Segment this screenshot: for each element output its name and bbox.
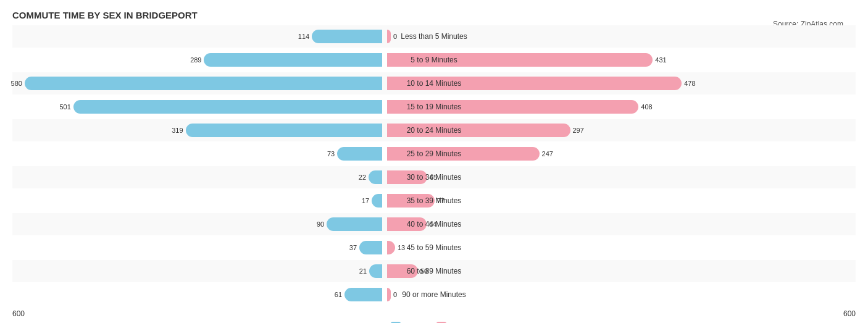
row-label: 40 to 44 Minutes [385,220,483,229]
table-row: 289 5 to 9 Minutes 431 [12,49,856,71]
table-row: 17 35 to 39 Minutes 77 [12,190,856,212]
male-value: 289 [190,56,201,64]
row-label: 35 to 39 Minutes [385,196,483,205]
chart-title: COMMUTE TIME BY SEX IN BRIDGEPORT [12,10,856,20]
bar-male: 580 [25,77,382,90]
table-row: 580 10 to 14 Minutes 478 [12,72,856,94]
male-value: 21 [359,267,367,275]
male-value: 90 [317,220,324,228]
male-value: 73 [327,150,335,157]
row-label: 20 to 24 Minutes [385,126,483,135]
bar-male: 73 [337,147,382,161]
bar-male: 289 [204,53,382,67]
chart-rows-wrapper: 114 Less than 5 Minutes 0 289 5 to 9 Min… [12,25,856,306]
bar-male: 37 [359,241,382,254]
male-value: 37 [349,244,357,251]
male-value: 319 [172,127,183,134]
bar-male: 90 [327,217,382,231]
male-side: 61 [12,283,385,306]
bar-male: 22 [369,170,382,184]
female-value: 431 [655,56,666,64]
row-label: 5 to 9 Minutes [385,56,483,64]
bar-male: 61 [344,288,382,301]
female-value: 297 [573,127,584,134]
row-label: 15 to 19 Minutes [385,103,483,111]
female-value: 247 [542,150,553,157]
axis-row: 600 600 [12,309,856,318]
male-value: 61 [335,291,342,298]
male-side: 501 [12,96,385,118]
male-value: 501 [59,103,70,111]
row-label: 30 to 34 Minutes [385,173,483,182]
axis-right: 600 [843,309,856,318]
bar-male: 21 [369,264,382,278]
female-value: 478 [684,80,695,87]
table-row: 90 40 to 44 Minutes 64 [12,213,856,235]
bar-male: 501 [73,100,382,114]
male-value: 22 [359,174,366,181]
bar-male: 114 [312,30,382,43]
row-label: 10 to 14 Minutes [385,79,483,88]
row-label: 60 to 89 Minutes [385,267,483,275]
male-side: 22 [12,166,385,188]
male-value: 17 [362,197,369,204]
row-label: Less than 5 Minutes [385,32,483,41]
axis-left: 600 [12,309,25,318]
table-row: 22 30 to 34 Minutes 65 [12,166,856,188]
row-label: 25 to 29 Minutes [385,149,483,158]
male-side: 114 [12,25,385,48]
male-side: 90 [12,213,385,235]
table-row: 319 20 to 24 Minutes 297 [12,119,856,141]
row-label: 90 or more Minutes [385,290,483,299]
male-side: 37 [12,237,385,259]
table-row: 21 60 to 89 Minutes 50 [12,260,856,282]
male-side: 17 [12,190,385,212]
table-row: 73 25 to 29 Minutes 247 [12,143,856,165]
table-row: 37 45 to 59 Minutes 13 [12,237,856,259]
male-side: 319 [12,119,385,141]
table-row: 114 Less than 5 Minutes 0 [12,25,856,48]
male-side: 289 [12,49,385,71]
male-value: 580 [11,80,22,87]
female-value: 408 [641,103,652,111]
table-row: 61 90 or more Minutes 0 [12,283,856,306]
male-value: 114 [298,33,309,40]
bar-male: 319 [186,124,382,137]
male-side: 73 [12,143,385,165]
male-side: 580 [12,72,385,94]
row-label: 45 to 59 Minutes [385,243,483,252]
chart-area: 114 Less than 5 Minutes 0 289 5 to 9 Min… [12,25,856,323]
bar-male: 17 [372,194,382,208]
table-row: 501 15 to 19 Minutes 408 [12,96,856,118]
male-side: 21 [12,260,385,282]
